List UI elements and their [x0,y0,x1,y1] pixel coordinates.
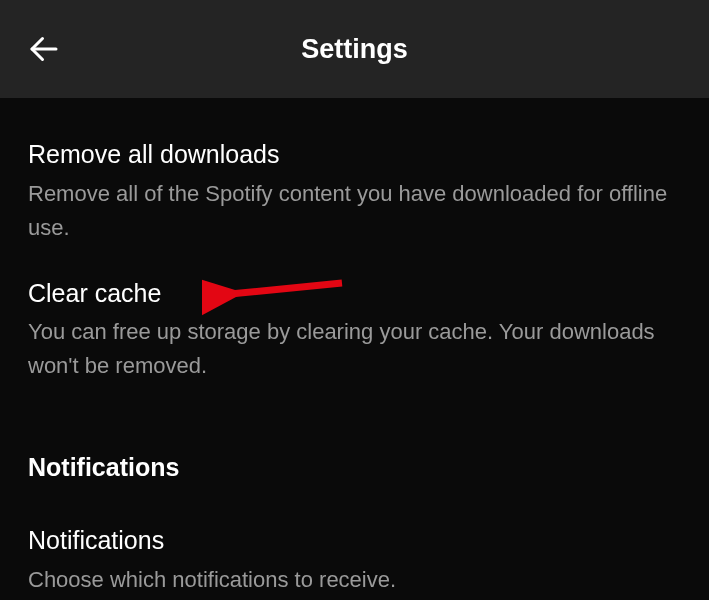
settings-content: Remove all downloads Remove all of the S… [0,98,709,597]
page-title: Settings [0,34,709,65]
notifications-item[interactable]: Notifications Choose which notifications… [28,524,681,597]
clear-cache-item[interactable]: Clear cache You can free up storage by c… [28,277,681,384]
notifications-title: Notifications [28,524,681,557]
clear-cache-title: Clear cache [28,277,681,310]
notifications-description: Choose which notifications to receive. [28,563,681,597]
settings-header: Settings [0,0,709,98]
back-button[interactable] [24,29,64,69]
remove-downloads-description: Remove all of the Spotify content you ha… [28,177,681,245]
back-arrow-icon [26,31,62,67]
clear-cache-description: You can free up storage by clearing your… [28,315,681,383]
notifications-section-header: Notifications [28,453,681,482]
remove-downloads-title: Remove all downloads [28,138,681,171]
remove-downloads-item[interactable]: Remove all downloads Remove all of the S… [28,138,681,245]
